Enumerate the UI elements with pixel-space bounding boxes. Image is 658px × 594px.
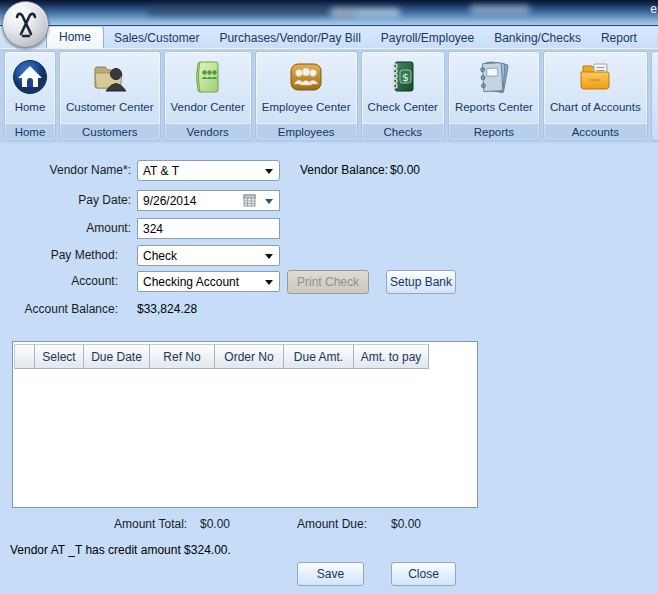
ribbon-group-checks: $ Check Center Checks [361,51,445,141]
chevron-down-icon [265,254,273,259]
tab-purchases-vendor-pay-bill[interactable]: Purchases/Vendor/Pay Bill [209,28,370,48]
chevron-down-icon [265,199,273,204]
app-window: e Home Sales/Customer Purchases/Vendor/P… [0,0,658,594]
tab-home[interactable]: Home [46,27,104,48]
amount-total-label: Amount Total: [114,517,187,531]
close-button[interactable]: Close [391,562,456,586]
ribbon-group-home: Home Home [4,51,56,141]
tab-report[interactable]: Report [591,28,647,48]
ribbon-group-employees: Employee Center Employees [255,51,358,141]
account-balance-value: $33,824.28 [137,302,197,316]
ribbon-tab-bar: Home Sales/Customer Purchases/Vendor/Pay… [0,27,658,48]
account-label: Account: [20,274,118,288]
tab-sales-customer[interactable]: Sales/Customer [104,28,209,48]
customer-center-button[interactable]: Customer Center [60,52,160,123]
vendor-center-button[interactable]: Vendor Center [165,52,251,123]
titlebar-gloss [330,8,400,17]
pay-method-select[interactable]: Check [137,245,280,266]
ribbon-group-vendors: Vendor Center Vendors [164,51,252,141]
chevron-down-icon [265,169,273,174]
checkbook-icon: $ [386,56,420,98]
tab-payroll-employee[interactable]: Payroll/Employee [371,28,484,48]
vendor-balance-label: Vendor Balance: [300,163,388,177]
amount-value: 324 [143,222,163,236]
column-header-amt-to-pay[interactable]: Amt. to pay [354,344,429,369]
titlebar: e [0,0,658,26]
ribbon-group-accounts: Chart of Accounts Accounts [543,51,648,141]
accounts-folder-icon [575,56,615,98]
pay-method-label: Pay Method: [20,248,118,262]
amount-total-value: $0.00 [200,517,230,531]
column-header-rowselector[interactable] [14,344,35,369]
app-logo-icon [11,9,41,41]
column-header-due-amt[interactable]: Due Amt. [284,344,354,369]
account-value: Checking Account [143,275,239,289]
account-balance-label: Account Balance: [20,302,118,316]
pay-date-input[interactable]: 9/26/2014 [137,190,280,211]
customer-folder-icon [90,56,130,98]
vendor-name-select[interactable]: AT & T [137,160,280,181]
ribbon-group-reports: Reports Center Reports [448,51,540,141]
check-center-button[interactable]: $ Check Center [362,52,444,123]
ribbon-group-caption: Vendors [165,123,251,140]
ribbon-group-customers: Customer Center Customers [59,51,161,141]
column-header-select[interactable]: Select [35,344,84,369]
employee-group-icon [286,56,326,98]
amount-due-value: $0.00 [391,517,421,531]
employee-center-button[interactable]: Employee Center [256,52,357,123]
account-select[interactable]: Checking Account [137,271,280,292]
bills-table: Select Due Date Ref No Order No Due Amt.… [12,341,478,508]
titlebar-gloss [470,5,530,14]
home-icon [11,56,49,98]
ribbon-group-caption: Home [5,123,55,140]
column-header-order-no[interactable]: Order No [215,344,284,369]
chevron-down-icon [265,280,273,285]
ribbon-group-caption: Customers [60,123,160,140]
titlebar-text-fragment: e [650,2,657,16]
save-button[interactable]: Save [297,562,364,586]
amount-input[interactable]: 324 [137,218,280,239]
ribbon-group-partial [651,51,658,141]
pay-date-label: Pay Date: [20,193,131,207]
pay-bill-form: Vendor Name*: AT & T Vendor Balance: $0.… [0,143,658,594]
app-menu-orb-button[interactable] [2,1,49,48]
vendor-credit-message: Vendor AT _T has credit amount $324.00. [10,543,231,557]
vendor-book-icon [190,56,226,98]
pay-date-value: 9/26/2014 [143,194,196,208]
bills-table-header: Select Due Date Ref No Order No Due Amt.… [13,342,477,369]
ribbon-group-caption: Employees [256,123,357,140]
tab-banking-checks[interactable]: Banking/Checks [484,28,591,48]
vendor-balance-value: $0.00 [390,163,420,177]
ribbon: Home Home Customer Center Customers [0,48,658,143]
setup-bank-button[interactable]: Setup Bank [386,270,456,294]
column-header-ref-no[interactable]: Ref No [150,344,215,369]
column-header-due-date[interactable]: Due Date [84,344,150,369]
vendor-name-value: AT & T [143,164,179,178]
svg-text:$: $ [402,71,409,84]
calendar-icon [243,194,257,211]
home-button[interactable]: Home [5,52,55,123]
blurred-title-text [148,6,358,16]
ribbon-group-caption: Reports [449,123,539,140]
print-check-button[interactable]: Print Check [287,270,369,294]
reports-center-button[interactable]: Reports Center [449,52,539,123]
reports-books-icon [474,56,514,98]
tab-import-export[interactable]: Import/Expo [647,28,658,48]
bills-table-body-empty [13,369,477,507]
ribbon-group-caption: Accounts [544,123,647,140]
ribbon-group-caption: Checks [362,123,444,140]
chart-of-accounts-button[interactable]: Chart of Accounts [544,52,647,123]
pay-method-value: Check [143,249,177,263]
vendor-name-label: Vendor Name*: [20,163,131,177]
amount-label: Amount: [20,221,131,235]
amount-due-label: Amount Due: [297,517,367,531]
